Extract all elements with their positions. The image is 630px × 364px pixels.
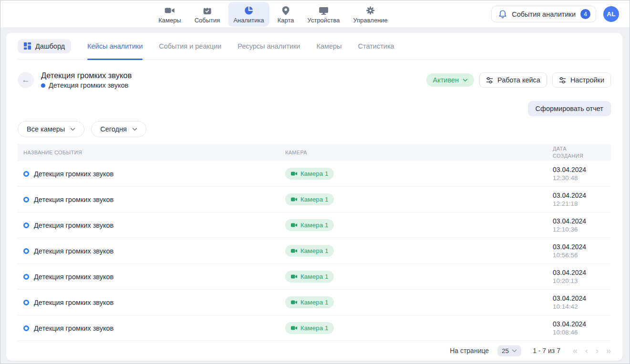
first-page-button[interactable]: « [573,346,578,355]
column-header-camera: КАМЕРА [285,150,553,155]
prev-page-button[interactable]: ‹ [585,346,588,355]
date-cell: 03.04.2024 10:56:56 [553,243,605,259]
sliders-icon [559,77,566,84]
event-name-cell: Детекция громких звуков [23,247,285,255]
table-row[interactable]: Детекция громких звуков Камера 1 03.04.2… [18,315,611,341]
date-cell: 03.04.2024 12:10:36 [553,217,605,233]
page-size-select[interactable]: 25 [497,345,521,356]
event-name-cell: Детекция громких звуков [23,170,285,178]
main-card: Дашборд Кейсы аналитики События и реакци… [6,33,622,361]
tab-label: Камеры [316,42,341,50]
tab-label: Кейсы аналитики [87,42,143,50]
tab-dashboard[interactable]: Дашборд [18,39,71,53]
bell-icon [498,10,507,19]
cameras-filter-dropdown[interactable]: Все камеры [18,121,84,137]
tabs-row: Дашборд Кейсы аналитики События и реакци… [18,33,611,60]
nav-item-label: Карта [278,17,294,24]
camera-badge: Камера 1 [285,193,334,205]
camera-cell: Камера 1 [285,193,553,205]
analytics-icon [244,6,254,15]
tab-label: Статистика [358,42,394,50]
analytics-events-button[interactable]: События аналитики 4 [491,6,596,22]
camera-name: Камера 1 [300,273,328,280]
camera-icon [291,223,297,227]
event-name: Детекция громких звуков [34,196,114,203]
event-time: 12:21:18 [553,200,605,207]
case-work-button[interactable]: Работа кейса [479,72,547,88]
table-row[interactable]: Детекция громких звуков Камера 1 03.04.2… [18,212,611,238]
camera-icon [291,326,297,330]
tab-statistics[interactable]: Статистика [358,33,394,60]
event-date: 03.04.2024 [553,217,605,225]
event-date: 03.04.2024 [553,243,605,251]
column-header-date: ДАТА СОЗДАНИЯ [553,145,605,160]
top-nav: Камеры События Аналитика Карта Устройств… [153,2,393,27]
camera-cell: Камера 1 [285,168,553,180]
tab-events-reactions[interactable]: События и реакции [159,33,221,60]
last-page-button[interactable]: » [606,346,611,355]
tab-cameras[interactable]: Камеры [316,33,341,60]
table-row[interactable]: Детекция громких звуков Камера 1 03.04.2… [18,161,611,187]
camera-name: Камера 1 [300,247,328,254]
camera-icon [291,249,297,253]
period-filter-label: Сегодня [100,125,127,133]
nav-item-devices[interactable]: Устройства [302,2,345,27]
status-label: Активен [433,76,459,84]
next-page-button[interactable]: › [596,346,599,355]
nav-item-label: Аналитика [233,17,264,24]
nav-item-management[interactable]: Управление [348,2,393,27]
nav-item-map[interactable]: Карта [272,2,300,27]
date-cell: 03.04.2024 10:14:42 [553,294,605,310]
tab-analytics-resources[interactable]: Ресурсы аналитики [238,33,300,60]
chevron-down-icon [132,128,137,131]
camera-icon [291,300,297,304]
date-cell: 03.04.2024 10:08:46 [553,320,605,336]
event-ring-icon [23,171,29,177]
analytics-events-label: События аналитики [512,10,576,18]
camera-icon [291,274,297,279]
date-cell: 03.04.2024 12:21:18 [553,192,605,207]
camera-icon [291,197,297,202]
event-name: Детекция громких звуков [34,170,114,178]
case-subtitle-label: Детекция громких звуков [49,81,128,89]
case-titles: Детекция громких звуков Детекция громких… [41,71,132,89]
table-row[interactable]: Детекция громких звуков Камера 1 03.04.2… [18,290,611,315]
chevron-down-icon [463,79,468,82]
camera-cell: Камера 1 [285,271,553,283]
avatar[interactable]: AL [603,6,619,22]
case-subtitle: Детекция громких звуков [41,81,132,89]
table-row[interactable]: Детекция громких звуков Камера 1 03.04.2… [18,264,611,290]
event-name: Детекция громких звуков [34,273,114,281]
sliders-icon [486,77,493,84]
nav-item-cameras[interactable]: Камеры [153,2,186,27]
back-button[interactable]: ← [18,72,34,88]
generate-report-button[interactable]: Сформировать отчет [528,101,611,116]
event-time: 10:20:13 [553,277,605,284]
filters-row: Все камеры Сегодня [18,121,611,137]
period-filter-dropdown[interactable]: Сегодня [91,121,146,137]
tab-analytics-cases[interactable]: Кейсы аналитики [87,33,143,60]
column-header-name: НАЗВАНИЕ СОБЫТИЯ [23,150,285,155]
nav-item-label: События [195,17,220,24]
report-row: Сформировать отчет [18,101,611,116]
event-name-cell: Детекция громких звуков [23,299,285,306]
app-window: Камеры События Аналитика Карта Устройств… [0,0,630,364]
event-ring-icon [23,300,29,305]
pagination-controls: « ‹ › » [573,346,611,355]
camera-name: Камера 1 [300,299,328,306]
event-date: 03.04.2024 [553,294,605,302]
table-row[interactable]: Детекция громких звуков Камера 1 03.04.2… [18,187,611,212]
event-name-cell: Детекция громких звуков [23,222,285,229]
nav-item-analytics[interactable]: Аналитика [228,2,269,27]
camera-name: Камера 1 [300,324,328,332]
event-date: 03.04.2024 [553,269,605,276]
status-dropdown[interactable]: Активен [426,73,474,87]
event-name-cell: Детекция громких звуков [23,273,285,281]
dashboard-icon [24,42,31,50]
event-name: Детекция громких звуков [34,247,114,255]
case-header: ← Детекция громких звуков Детекция громк… [18,71,611,89]
nav-item-events[interactable]: События [189,2,226,27]
back-arrow-icon: ← [22,75,30,85]
table-row[interactable]: Детекция громких звуков Камера 1 03.04.2… [18,238,611,264]
case-settings-button[interactable]: Настройки [552,72,611,88]
